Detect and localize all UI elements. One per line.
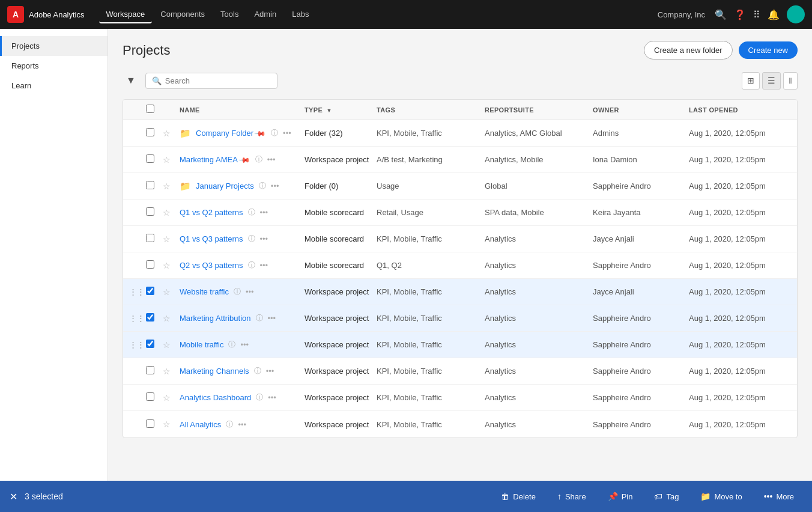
create-folder-button[interactable]: Create a new folder	[644, 41, 732, 59]
user-avatar[interactable]	[787, 5, 805, 23]
row-checkbox[interactable]	[146, 207, 154, 216]
info-icon[interactable]: ⓘ	[248, 260, 255, 270]
row-name-link[interactable]: Marketing Channels	[180, 367, 249, 376]
info-icon[interactable]: ⓘ	[256, 392, 263, 403]
more-options-icon[interactable]: •••	[268, 314, 276, 323]
row-name-link[interactable]: Q2 vs Q3 patterns	[180, 261, 243, 270]
star-icon[interactable]: ☆	[163, 155, 171, 165]
drag-handle[interactable]: ⋮⋮	[129, 314, 145, 323]
move-to-button[interactable]: 📁 Move to	[692, 488, 750, 505]
search-icon[interactable]: 🔍	[715, 9, 727, 20]
row-checkbox[interactable]	[146, 154, 154, 163]
info-icon[interactable]: ⓘ	[255, 154, 262, 165]
reportsuite-cell: Analytics	[485, 261, 593, 270]
col-header-type[interactable]: TYPE ▼	[304, 106, 377, 114]
sidebar-item-projects[interactable]: Projects	[0, 36, 108, 56]
sidebar-item-reports[interactable]: Reports	[0, 56, 108, 76]
select-all-checkbox[interactable]	[146, 105, 154, 113]
more-options-icon[interactable]: •••	[283, 129, 291, 138]
nav-admin[interactable]: Admin	[247, 6, 283, 23]
create-new-button[interactable]: Create new	[739, 41, 798, 59]
view-list-btn[interactable]: ☰	[762, 72, 781, 90]
info-icon[interactable]: ⓘ	[234, 287, 241, 297]
logo-area[interactable]: A Adobe Analytics	[7, 6, 85, 23]
row-name-link[interactable]: Marketing Attribution	[180, 314, 251, 323]
more-options-icon[interactable]: •••	[267, 155, 276, 164]
more-options-icon[interactable]: •••	[271, 181, 279, 190]
col-header-name[interactable]: NAME	[180, 106, 304, 114]
row-name-link[interactable]: Analytics Dashboard	[180, 393, 251, 402]
delete-button[interactable]: 🗑 Delete	[492, 488, 544, 505]
more-options-icon[interactable]: •••	[260, 234, 268, 243]
brand-name: Adobe Analytics	[29, 10, 85, 19]
table-row: ☆📁January Projectsⓘ•••Folder (0)UsageGlo…	[123, 173, 797, 200]
view-compact-btn[interactable]: ⊞	[742, 72, 760, 90]
info-icon[interactable]: ⓘ	[228, 340, 235, 350]
row-name-link[interactable]: All Analytics	[180, 420, 221, 429]
star-icon[interactable]: ☆	[163, 367, 171, 376]
search-input[interactable]	[165, 76, 271, 85]
row-checkbox[interactable]	[146, 181, 154, 189]
row-checkbox[interactable]	[146, 128, 154, 136]
row-checkbox[interactable]	[146, 287, 154, 295]
nav-workspace[interactable]: Workspace	[99, 6, 153, 23]
info-icon[interactable]: ⓘ	[259, 181, 266, 191]
info-icon[interactable]: ⓘ	[256, 313, 263, 323]
row-checkbox[interactable]	[146, 419, 154, 428]
more-options-icon[interactable]: •••	[260, 208, 268, 217]
apps-icon[interactable]: ⠿	[753, 9, 760, 20]
info-icon[interactable]: ⓘ	[248, 234, 255, 244]
info-icon[interactable]: ⓘ	[248, 207, 255, 218]
more-options-icon[interactable]: •••	[246, 287, 254, 296]
more-options-icon[interactable]: •••	[238, 420, 246, 429]
star-icon[interactable]: ☆	[163, 181, 171, 191]
tag-button[interactable]: 🏷 Tag	[646, 488, 687, 505]
star-icon[interactable]: ☆	[163, 419, 171, 429]
drag-handle[interactable]: ⋮⋮	[129, 287, 145, 296]
star-icon[interactable]: ☆	[163, 340, 171, 350]
row-name-link[interactable]: January Projects	[196, 181, 254, 190]
help-icon[interactable]: ❓	[734, 9, 746, 20]
row-name-link[interactable]: Marketing AMEA	[180, 155, 238, 164]
owner-cell: Sappheire Andro	[593, 420, 689, 429]
info-icon[interactable]: ⓘ	[254, 366, 261, 376]
share-button[interactable]: ↑ Share	[549, 488, 595, 505]
star-icon[interactable]: ☆	[163, 234, 171, 244]
nav-tools[interactable]: Tools	[213, 6, 246, 23]
reportsuite-cell: Analytics	[485, 314, 593, 323]
nav-labs[interactable]: Labs	[285, 6, 316, 23]
row-checkbox[interactable]	[146, 340, 154, 348]
more-button[interactable]: ••• More	[756, 488, 802, 505]
row-name-link[interactable]: Q1 vs Q3 patterns	[180, 234, 243, 243]
star-icon[interactable]: ☆	[163, 287, 171, 297]
action-bar-close-icon[interactable]: ✕	[10, 491, 17, 502]
filter-icon[interactable]: ▼	[123, 72, 139, 90]
star-icon[interactable]: ☆	[163, 129, 171, 138]
row-checkbox[interactable]	[146, 260, 154, 269]
row-checkbox[interactable]	[146, 234, 154, 242]
sidebar-item-learn[interactable]: Learn	[0, 76, 108, 96]
more-options-icon[interactable]: •••	[268, 393, 276, 402]
row-name-link[interactable]: Website traffic	[180, 287, 229, 296]
more-options-icon[interactable]: •••	[260, 261, 268, 270]
star-icon[interactable]: ☆	[163, 208, 171, 218]
row-name-link[interactable]: Company Folder	[196, 129, 253, 138]
row-name-link[interactable]: Q1 vs Q2 patterns	[180, 208, 243, 217]
drag-handle[interactable]: ⋮⋮	[129, 340, 145, 349]
notifications-icon[interactable]: 🔔	[768, 9, 780, 20]
row-checkbox[interactable]	[146, 313, 154, 322]
row-checkbox[interactable]	[146, 366, 154, 374]
more-options-icon[interactable]: •••	[266, 367, 274, 376]
row-name-link[interactable]: Mobile traffic	[180, 340, 223, 349]
view-column-btn[interactable]: ⫴	[783, 72, 798, 90]
pin-inline-icon: 📌	[238, 153, 251, 166]
pin-button[interactable]: 📌 Pin	[599, 488, 641, 505]
info-icon[interactable]: ⓘ	[226, 419, 233, 430]
star-icon[interactable]: ☆	[163, 393, 171, 403]
nav-components[interactable]: Components	[153, 6, 212, 23]
star-icon[interactable]: ☆	[163, 261, 171, 270]
info-icon[interactable]: ⓘ	[271, 128, 278, 138]
star-icon[interactable]: ☆	[163, 314, 171, 323]
row-checkbox[interactable]	[146, 392, 154, 401]
more-options-icon[interactable]: •••	[240, 340, 249, 349]
